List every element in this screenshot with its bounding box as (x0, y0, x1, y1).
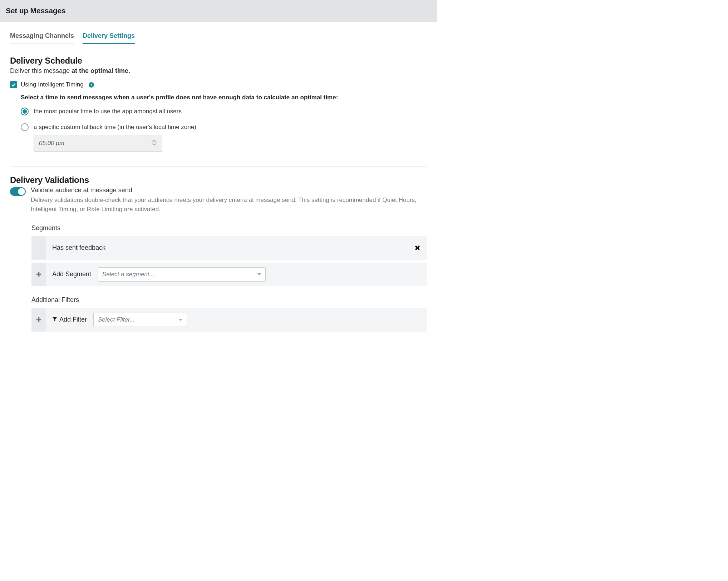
page-header: Set up Messages (0, 0, 437, 22)
segment-select-placeholder: Select a segment... (102, 271, 154, 278)
add-segment-plus-icon[interactable]: ✚ (31, 263, 46, 286)
fallback-time-value: 05:00 pm (39, 140, 64, 147)
add-filter-plus-icon[interactable]: ✚ (31, 308, 46, 332)
validate-audience-description: Delivery validations double-check that y… (31, 195, 427, 214)
add-filter-label: Add Filter (52, 316, 87, 323)
filter-select[interactable]: Select Filter... (93, 313, 187, 327)
intelligent-timing-label: Using Intelligent Timing (21, 81, 84, 88)
chevron-down-icon (257, 273, 261, 275)
add-filter-row: ✚ Add Filter Select Filter... (31, 308, 427, 332)
segments-heading: Segments (10, 224, 427, 232)
intelligent-timing-row: Using Intelligent Timing i (10, 81, 427, 88)
check-icon (11, 82, 16, 87)
delivery-schedule-subtitle-prefix: Deliver this message (10, 67, 72, 74)
radio-popular-time-label: the most popular time to use the app amo… (34, 108, 182, 115)
segment-row-handle (31, 236, 46, 260)
filter-select-placeholder: Select Filter... (98, 316, 135, 323)
intelligent-timing-checkbox[interactable] (10, 81, 17, 88)
page-title: Set up Messages (6, 6, 431, 15)
clock-icon (151, 140, 157, 147)
validate-audience-label: Validate audience at message send (31, 187, 427, 194)
remove-segment-button[interactable]: ✖ (408, 236, 427, 260)
chevron-down-icon (179, 319, 182, 321)
additional-filters-heading: Additional Filters (10, 296, 427, 304)
delivery-validations-heading: Delivery Validations (10, 175, 427, 185)
delivery-schedule-subtitle-bold: at the optimal time. (72, 67, 130, 74)
delivery-schedule-heading: Delivery Schedule (10, 56, 427, 66)
add-segment-row: ✚ Add Segment Select a segment... (31, 263, 427, 286)
tabs: Messaging Channels Delivery Settings (10, 22, 427, 44)
radio-popular-time[interactable]: the most popular time to use the app amo… (21, 108, 427, 115)
section-divider (10, 166, 427, 167)
segment-select[interactable]: Select a segment... (98, 267, 266, 282)
validate-audience-toggle[interactable] (10, 187, 26, 196)
radio-popular-time-input[interactable] (21, 108, 29, 115)
radio-custom-time-input[interactable] (21, 123, 29, 131)
radio-custom-time[interactable]: a specific custom fallback time (in the … (21, 123, 427, 131)
info-icon[interactable]: i (89, 82, 94, 88)
fallback-prompt: Select a time to send messages when a us… (21, 94, 427, 101)
add-segment-label: Add Segment (52, 270, 91, 278)
close-icon: ✖ (414, 244, 420, 252)
tab-messaging-channels[interactable]: Messaging Channels (10, 32, 74, 44)
radio-custom-time-label: a specific custom fallback time (in the … (34, 124, 196, 131)
tab-delivery-settings[interactable]: Delivery Settings (83, 32, 135, 44)
segment-name: Has sent feedback (52, 244, 105, 252)
delivery-schedule-subtitle: Deliver this message at the optimal time… (10, 67, 427, 75)
plus-icon: ✚ (36, 270, 41, 278)
add-filter-text: Add Filter (59, 316, 87, 323)
segment-row: Has sent feedback ✖ (31, 236, 427, 260)
fallback-time-input[interactable]: 05:00 pm (34, 135, 162, 152)
funnel-icon (52, 316, 57, 323)
plus-icon: ✚ (36, 316, 41, 324)
